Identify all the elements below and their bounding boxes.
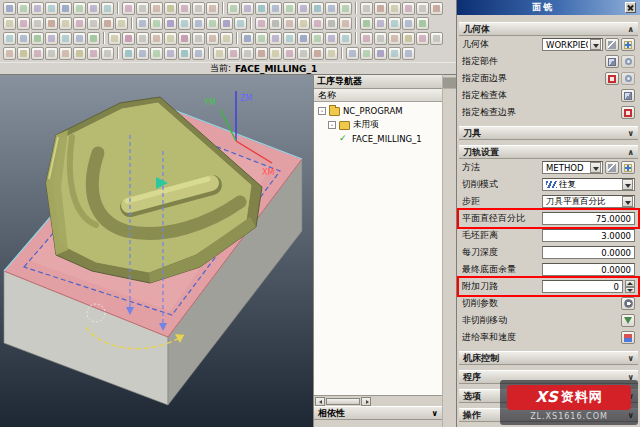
graphics-viewport[interactable]: ZM YM XM xyxy=(0,74,313,427)
navigator-horizontal-scrollbar[interactable] xyxy=(314,395,442,406)
toolbar-icon[interactable] xyxy=(73,2,86,15)
toolbar-icon[interactable] xyxy=(178,17,191,30)
toolbar-icon[interactable] xyxy=(87,17,100,30)
new-method-button[interactable] xyxy=(621,161,635,174)
toolbar-icon[interactable] xyxy=(73,17,86,30)
toolbar-icon[interactable] xyxy=(388,47,401,60)
toolbar-icon[interactable] xyxy=(150,17,163,30)
toolbar-icon[interactable] xyxy=(374,2,387,15)
toolbar-icon[interactable] xyxy=(150,2,163,15)
geometry-select[interactable]: WORKPIECE xyxy=(542,38,603,51)
tree-expand-icon[interactable]: - xyxy=(328,121,336,129)
toolbar-icon[interactable] xyxy=(297,17,310,30)
dropdown-arrow-icon[interactable] xyxy=(590,162,601,173)
toolbar-icon[interactable] xyxy=(87,2,100,15)
toolbar-icon[interactable] xyxy=(339,2,352,15)
toolbar-icon[interactable] xyxy=(206,17,219,30)
non-cutting-moves-button[interactable] xyxy=(621,314,635,327)
select-part-button[interactable] xyxy=(605,55,619,68)
stepover-select[interactable]: 刀具平直百分比 xyxy=(542,195,635,208)
scrollbar-thumb[interactable] xyxy=(326,398,360,405)
close-icon[interactable] xyxy=(625,2,636,13)
viewport-canvas[interactable]: ZM YM XM xyxy=(0,75,313,427)
toolbar-icon[interactable] xyxy=(45,2,58,15)
toolbar-icon[interactable] xyxy=(136,47,149,60)
toolbar-icon[interactable] xyxy=(297,2,310,15)
toolbar-icon[interactable] xyxy=(283,2,296,15)
toolbar-icon[interactable] xyxy=(45,17,58,30)
new-geometry-button[interactable] xyxy=(621,38,635,51)
dropdown-arrow-icon[interactable] xyxy=(622,196,633,207)
toolbar-icon[interactable] xyxy=(206,2,219,15)
toolbar-icon[interactable] xyxy=(17,32,30,45)
toolbar-icon[interactable] xyxy=(164,47,177,60)
toolbar-icon[interactable] xyxy=(374,32,387,45)
toolbar-icon[interactable] xyxy=(297,47,310,60)
toolbar-icon[interactable] xyxy=(311,32,324,45)
toolbar-icon[interactable] xyxy=(164,2,177,15)
toolbar-icon[interactable] xyxy=(31,17,44,30)
toolbar-icon[interactable] xyxy=(164,32,177,45)
dropdown-arrow-icon[interactable] xyxy=(622,179,633,190)
toolbar-icon[interactable] xyxy=(31,47,44,60)
toolbar-icon[interactable] xyxy=(416,17,429,30)
toolbar-icon[interactable] xyxy=(87,32,100,45)
toolbar-icon[interactable] xyxy=(59,32,72,45)
toolbar-icon[interactable] xyxy=(227,2,240,15)
toolbar-icon[interactable] xyxy=(402,2,415,15)
toolbar-icon[interactable] xyxy=(150,47,163,60)
toolbar-icon[interactable] xyxy=(108,32,121,45)
toolbar-icon[interactable] xyxy=(122,2,135,15)
toolbar-icon[interactable] xyxy=(136,17,149,30)
toolbar-icon[interactable] xyxy=(192,32,205,45)
toolbar-icon[interactable] xyxy=(122,47,135,60)
toolbar-icon[interactable] xyxy=(87,47,100,60)
navigator-item[interactable]: -NC_PROGRAM xyxy=(314,104,442,118)
toolbar-icon[interactable] xyxy=(178,47,191,60)
select-check-body-button[interactable] xyxy=(621,89,635,102)
tree-expand-icon[interactable]: - xyxy=(318,107,326,115)
toolbar-icon[interactable] xyxy=(234,17,247,30)
toolbar-icon[interactable] xyxy=(311,17,324,30)
method-select[interactable]: METHOD xyxy=(542,161,603,174)
spin-down-icon[interactable] xyxy=(625,287,635,294)
toolbar-icon[interactable] xyxy=(339,17,352,30)
feeds-speeds-button[interactable] xyxy=(621,331,635,344)
navigator-item[interactable]: -未用项 xyxy=(314,118,442,132)
dependencies-bar[interactable]: 相依性 ∨ xyxy=(314,406,442,420)
toolbar-icon[interactable] xyxy=(339,32,352,45)
toolbar-icon[interactable] xyxy=(220,32,233,45)
scroll-left-icon[interactable] xyxy=(315,397,325,406)
dropdown-arrow-icon[interactable] xyxy=(590,39,601,50)
toolbar-icon[interactable] xyxy=(416,2,429,15)
toolbar-icon[interactable] xyxy=(3,32,16,45)
toolbar-icon[interactable] xyxy=(178,2,191,15)
toolbar-icon[interactable] xyxy=(220,17,233,30)
toolbar-icon[interactable] xyxy=(388,17,401,30)
edit-geometry-button[interactable] xyxy=(605,38,619,51)
toolbar-icon[interactable] xyxy=(325,47,338,60)
toolbar-icon[interactable] xyxy=(269,17,282,30)
toolbar-icon[interactable] xyxy=(192,47,205,60)
select-check-boundary-button[interactable] xyxy=(621,106,635,119)
toolbar-icon[interactable] xyxy=(17,2,30,15)
navigator-item[interactable]: FACE_MILLING_1 xyxy=(314,132,442,146)
toolbar-icon[interactable] xyxy=(255,32,268,45)
toolbar-icon[interactable] xyxy=(374,47,387,60)
toolbar-icon[interactable] xyxy=(122,32,135,45)
toolbar-icon[interactable] xyxy=(136,32,149,45)
toolbar-icon[interactable] xyxy=(325,17,338,30)
toolbar-icon[interactable] xyxy=(45,47,58,60)
toolbar-icon[interactable] xyxy=(269,47,282,60)
toolbar-icon[interactable] xyxy=(164,17,177,30)
blank-distance-field[interactable]: 3.0000 xyxy=(542,229,635,242)
toolbar-icon[interactable] xyxy=(241,32,254,45)
toolbar-icon[interactable] xyxy=(283,47,296,60)
toolbar-icon[interactable] xyxy=(3,2,16,15)
cut-pattern-select[interactable]: 往复 xyxy=(542,178,635,191)
cutting-parameters-button[interactable] xyxy=(621,297,635,310)
toolbar-icon[interactable] xyxy=(101,2,114,15)
toolbar-icon[interactable] xyxy=(346,47,359,60)
toolbar-icon[interactable] xyxy=(73,47,86,60)
toolbar-icon[interactable] xyxy=(430,2,443,15)
